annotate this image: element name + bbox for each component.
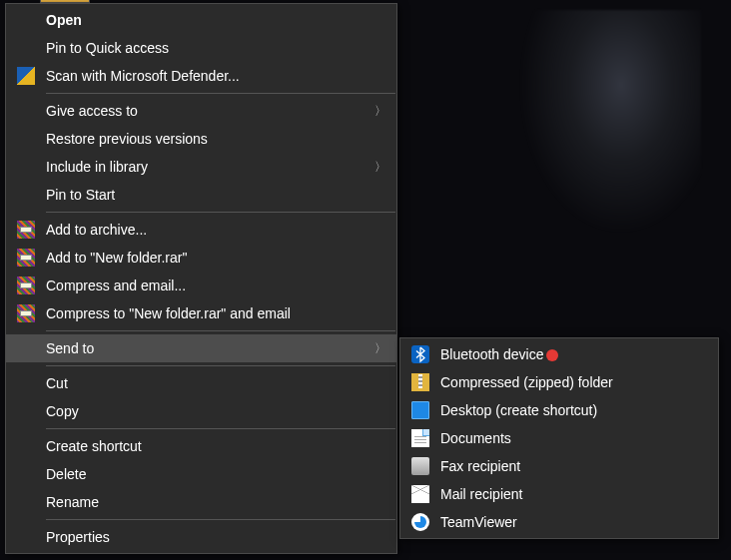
menu-item-include-in-library[interactable]: Include in library 〉 [6, 153, 396, 181]
context-menu: Open Pin to Quick access Scan with Micro… [5, 3, 397, 554]
menu-item-create-shortcut[interactable]: Create shortcut [6, 432, 396, 460]
menu-label: Fax recipient [440, 458, 708, 474]
menu-label: Scan with Microsoft Defender... [46, 68, 386, 84]
menu-item-open[interactable]: Open [6, 6, 396, 34]
menu-separator [46, 519, 395, 520]
menu-label: Compressed (zipped) folder [440, 374, 708, 390]
menu-separator [46, 365, 395, 366]
menu-separator [46, 93, 395, 94]
menu-item-pin-to-start[interactable]: Pin to Start [6, 181, 396, 209]
menu-label: Compress to "New folder.rar" and email [46, 305, 386, 321]
menu-item-compress-rar-and-email[interactable]: Compress to "New folder.rar" and email [6, 299, 396, 327]
chevron-right-icon: 〉 [366, 340, 386, 357]
send-to-submenu: Bluetooth device Compressed (zipped) fol… [399, 337, 719, 539]
menu-item-properties[interactable]: Properties [6, 523, 396, 551]
menu-separator [46, 212, 395, 213]
submenu-item-teamviewer[interactable]: TeamViewer [400, 508, 718, 536]
menu-label: Add to "New folder.rar" [46, 250, 386, 266]
menu-label: Documents [440, 430, 708, 446]
winrar-icon [6, 221, 46, 239]
menu-label: Desktop (create shortcut) [440, 402, 708, 418]
menu-separator [46, 428, 395, 429]
menu-item-rename[interactable]: Rename [6, 488, 396, 516]
menu-label: Add to archive... [46, 222, 386, 238]
menu-label: Include in library [46, 159, 366, 175]
mail-icon [400, 485, 440, 503]
submenu-item-mail-recipient[interactable]: Mail recipient [400, 480, 718, 508]
fax-icon [400, 457, 440, 475]
menu-item-compress-and-email[interactable]: Compress and email... [6, 272, 396, 299]
winrar-icon [6, 277, 46, 294]
menu-item-restore-previous-versions[interactable]: Restore previous versions [6, 125, 396, 153]
menu-item-give-access-to[interactable]: Give access to 〉 [6, 97, 396, 125]
menu-label: Properties [46, 529, 386, 545]
menu-item-delete[interactable]: Delete [6, 460, 396, 488]
menu-label: Cut [46, 375, 386, 391]
teamviewer-icon [400, 513, 440, 531]
menu-item-add-to-archive[interactable]: Add to archive... [6, 216, 396, 244]
menu-label: Mail recipient [440, 486, 708, 502]
menu-label: Copy [46, 403, 386, 419]
wallpaper-figure [501, 10, 701, 260]
submenu-item-desktop-shortcut[interactable]: Desktop (create shortcut) [400, 396, 718, 424]
chevron-right-icon: 〉 [366, 103, 386, 120]
menu-label: Pin to Quick access [46, 40, 386, 56]
menu-item-cut[interactable]: Cut [6, 369, 396, 397]
submenu-item-compressed-folder[interactable]: Compressed (zipped) folder [400, 368, 718, 396]
menu-label: Open [46, 12, 386, 28]
menu-item-copy[interactable]: Copy [6, 397, 396, 425]
menu-label: Bluetooth device [440, 346, 708, 362]
desktop-icon [400, 401, 440, 419]
menu-label: Send to [46, 340, 366, 356]
zip-folder-icon [400, 373, 440, 391]
menu-item-add-to-rar[interactable]: Add to "New folder.rar" [6, 244, 396, 272]
winrar-icon [6, 304, 46, 322]
menu-label: Rename [46, 494, 386, 510]
defender-shield-icon [6, 67, 46, 85]
menu-item-scan-defender[interactable]: Scan with Microsoft Defender... [6, 62, 396, 90]
menu-label: Give access to [46, 103, 366, 119]
menu-label: Create shortcut [46, 438, 386, 454]
menu-label: Compress and email... [46, 278, 386, 293]
menu-label: Delete [46, 466, 386, 482]
winrar-icon [6, 249, 46, 267]
annotation-marker-icon [546, 349, 558, 361]
menu-label: Pin to Start [46, 187, 386, 203]
menu-item-pin-quick-access[interactable]: Pin to Quick access [6, 34, 396, 62]
menu-item-send-to[interactable]: Send to 〉 [6, 334, 396, 362]
submenu-item-documents[interactable]: Documents [400, 424, 718, 452]
menu-label: Restore previous versions [46, 131, 386, 147]
submenu-item-bluetooth-device[interactable]: Bluetooth device [400, 340, 718, 368]
menu-separator [46, 330, 395, 331]
bluetooth-icon [400, 345, 440, 363]
menu-label: TeamViewer [440, 514, 708, 530]
chevron-right-icon: 〉 [366, 159, 386, 176]
submenu-item-fax-recipient[interactable]: Fax recipient [400, 452, 718, 480]
documents-icon [400, 429, 440, 447]
